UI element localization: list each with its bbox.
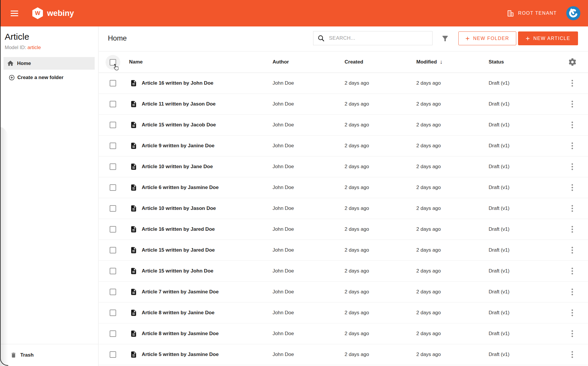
sidebar-item-label: Create a new folder [17, 75, 64, 81]
row-checkbox[interactable] [110, 226, 116, 233]
row-menu-kebab-icon[interactable] [569, 184, 575, 192]
brand-wordmark: webiny [47, 9, 74, 18]
plus-icon: + [465, 34, 470, 43]
column-header-name[interactable]: Name [129, 59, 143, 65]
row-menu-kebab-icon[interactable] [569, 267, 575, 275]
row-checkbox[interactable] [110, 247, 116, 253]
document-icon [130, 121, 137, 129]
row-menu-kebab-icon[interactable] [569, 79, 575, 87]
main-content: Home + NEW FOLDER + NEW ARTICLE Name Aut… [99, 26, 588, 366]
row-modified: 2 days ago [416, 143, 441, 149]
row-modified: 2 days ago [416, 101, 441, 107]
row-name-link[interactable]: Article 10 written by Jason Doe [142, 205, 216, 211]
row-name-link[interactable]: Article 15 written by Jacob Doe [142, 122, 216, 128]
column-header-created[interactable]: Created [345, 59, 363, 65]
document-icon [130, 226, 137, 233]
row-author: John Doe [273, 331, 294, 337]
row-name-link[interactable]: Article 7 written by Jasmine Doe [142, 289, 219, 295]
row-modified: 2 days ago [416, 268, 441, 274]
sidebar-item-create-folder[interactable]: Create a new folder [9, 73, 64, 82]
row-menu-kebab-icon[interactable] [569, 246, 575, 254]
row-created: 2 days ago [345, 289, 369, 295]
row-menu-kebab-icon[interactable] [569, 351, 575, 359]
row-author: John Doe [273, 122, 294, 128]
model-id-label: Model ID: [5, 45, 26, 50]
page-title: Home [108, 34, 127, 42]
column-header-status[interactable]: Status [489, 59, 504, 65]
new-folder-button[interactable]: + NEW FOLDER [458, 31, 516, 45]
user-avatar[interactable] [566, 6, 580, 20]
row-name-link[interactable]: Article 8 written by Janine Doe [142, 310, 215, 316]
row-modified: 2 days ago [416, 331, 441, 337]
row-checkbox[interactable] [110, 289, 116, 295]
sidebar-item-home[interactable]: Home [4, 57, 95, 70]
row-checkbox[interactable] [110, 80, 116, 86]
row-modified: 2 days ago [416, 226, 441, 232]
row-author: John Doe [273, 226, 294, 232]
row-name-link[interactable]: Article 9 written by Janine Doe [142, 143, 215, 149]
row-name-link[interactable]: Article 16 written by John Doe [142, 80, 213, 86]
row-checkbox[interactable] [110, 351, 116, 358]
row-menu-kebab-icon[interactable] [569, 142, 575, 150]
plus-circle-icon [9, 75, 15, 81]
table-row: Article 15 written by Jacob Doe John Doe… [99, 115, 588, 136]
table-row: Article 15 written by John Doe John Doe … [99, 261, 588, 282]
row-modified: 2 days ago [416, 205, 441, 211]
row-name-link[interactable]: Article 6 written by Jasmine Doe [142, 185, 219, 190]
row-menu-kebab-icon[interactable] [569, 288, 575, 296]
table-row: Article 10 written by Jason Doe John Doe… [99, 198, 588, 219]
search-input[interactable] [329, 31, 432, 45]
row-menu-kebab-icon[interactable] [569, 330, 575, 338]
row-checkbox[interactable] [110, 163, 116, 170]
sidebar-item-label: Trash [20, 352, 34, 358]
document-icon [130, 330, 137, 337]
row-status: Draft (v1) [489, 268, 510, 274]
row-name-link[interactable]: Article 5 written by Jasmine Doe [142, 352, 219, 357]
column-header-author[interactable]: Author [273, 59, 289, 65]
row-menu-kebab-icon[interactable] [569, 225, 575, 233]
row-checkbox[interactable] [110, 101, 116, 107]
row-checkbox[interactable] [110, 122, 116, 128]
row-checkbox[interactable] [110, 143, 116, 149]
trash-icon [10, 352, 17, 358]
row-checkbox[interactable] [110, 184, 116, 191]
row-name-link[interactable]: Article 10 written by Jane Doe [142, 164, 213, 170]
row-menu-kebab-icon[interactable] [569, 163, 575, 171]
row-name-link[interactable]: Article 11 written by Jason Doe [142, 101, 216, 107]
row-status: Draft (v1) [489, 226, 510, 232]
row-name-link[interactable]: Article 15 written by John Doe [142, 268, 213, 274]
table-row: Article 16 written by Jared Doe John Doe… [99, 219, 588, 240]
tenant-selector[interactable]: ROOT TENANT [507, 9, 557, 17]
row-status: Draft (v1) [489, 143, 510, 149]
webiny-logo[interactable]: W webiny [32, 7, 74, 19]
select-all-checkbox[interactable] [110, 59, 116, 66]
document-icon [130, 80, 137, 87]
row-checkbox[interactable] [110, 268, 116, 274]
new-article-button[interactable]: + NEW ARTICLE [518, 31, 578, 45]
row-checkbox[interactable] [110, 310, 116, 316]
row-author: John Doe [273, 352, 294, 357]
row-menu-kebab-icon[interactable] [569, 121, 575, 129]
row-created: 2 days ago [345, 310, 369, 316]
row-menu-kebab-icon[interactable] [569, 205, 575, 213]
sidebar-item-trash[interactable]: Trash [10, 351, 34, 360]
row-checkbox[interactable] [110, 205, 116, 212]
row-checkbox[interactable] [110, 330, 116, 337]
row-author: John Doe [273, 205, 294, 211]
row-author: John Doe [273, 268, 294, 274]
gear-icon[interactable] [568, 58, 577, 66]
filter-icon[interactable] [441, 34, 449, 43]
hamburger-menu-icon[interactable] [11, 9, 18, 18]
row-menu-kebab-icon[interactable] [569, 309, 575, 317]
home-icon [7, 60, 14, 67]
row-author: John Doe [273, 310, 294, 316]
row-menu-kebab-icon[interactable] [569, 100, 575, 108]
column-header-modified[interactable]: Modified ↓ [416, 59, 442, 65]
model-id-value: article [27, 45, 41, 50]
row-name-link[interactable]: Article 15 written by Jared Doe [142, 247, 215, 253]
row-created: 2 days ago [345, 331, 369, 337]
table-body: Article 16 written by John Doe John Doe … [99, 73, 588, 365]
row-name-link[interactable]: Article 8 written by Jasmine Doe [142, 331, 219, 337]
sidebar-divider [0, 344, 98, 344]
row-name-link[interactable]: Article 16 written by Jared Doe [142, 226, 215, 232]
